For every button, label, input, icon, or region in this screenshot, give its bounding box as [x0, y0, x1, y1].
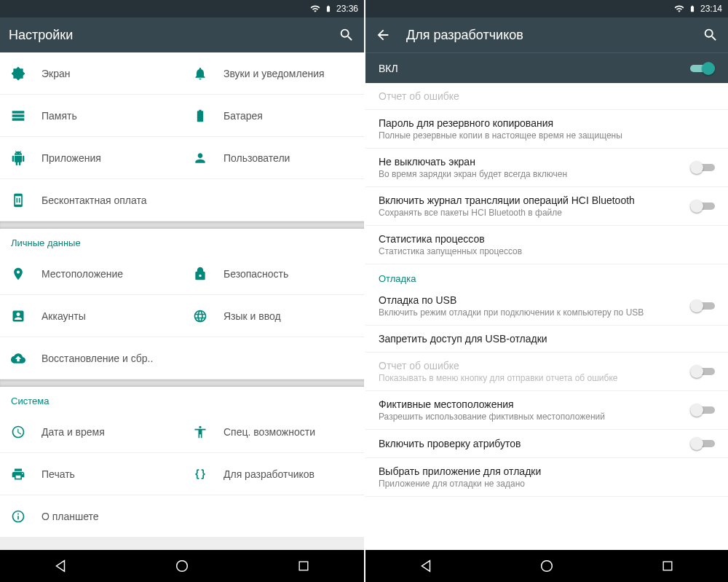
label: Приложения — [41, 152, 171, 164]
settings-item-users[interactable]: Пользователи — [182, 137, 364, 179]
toggle-switch[interactable] — [690, 437, 715, 450]
toggle-switch[interactable] — [690, 62, 715, 75]
master-toggle-row[interactable]: ВКЛ — [365, 52, 728, 83]
settings-list: Экран Звуки и уведомления Память Батарея… — [0, 52, 364, 550]
settings-item-storage[interactable]: Память — [0, 95, 182, 137]
svg-rect-1 — [299, 562, 308, 570]
label: Спец. возможности — [223, 426, 353, 438]
section-divider — [0, 380, 364, 387]
settings-item-location[interactable]: Местоположение — [0, 253, 182, 295]
settings-item-about[interactable]: О планшете — [0, 495, 364, 538]
label: Пользователи — [223, 152, 353, 164]
nav-back[interactable] — [46, 551, 75, 581]
settings-item-nfc[interactable]: Бесконтактная оплата — [0, 179, 364, 221]
section-header-personal: Личные данные — [0, 229, 364, 253]
nav-bar — [0, 550, 364, 582]
tap-and-play-icon — [11, 193, 25, 208]
search-button[interactable] — [338, 26, 355, 44]
svg-point-2 — [542, 561, 553, 572]
nav-bar — [365, 550, 728, 582]
lock-icon — [193, 267, 207, 281]
battery-icon — [325, 4, 332, 14]
settings-item-language[interactable]: Язык и ввод — [182, 295, 364, 337]
search-icon — [703, 27, 719, 43]
list-item: Отчет об ошибкеПоказывать в меню кнопку … — [365, 353, 728, 391]
item-title: Пароль для резервного копирования — [379, 117, 715, 129]
list-item[interactable]: Включить проверку атрибутов — [365, 430, 728, 458]
account-box-icon — [11, 309, 25, 323]
label: Печать — [41, 468, 171, 480]
storage-icon — [11, 109, 25, 123]
settings-item-display[interactable]: Экран — [0, 52, 182, 95]
settings-item-security[interactable]: Безопасность — [182, 253, 364, 295]
item-title: Запретить доступ для USB-отладки — [379, 333, 715, 345]
bell-icon — [193, 66, 207, 81]
accessibility-icon — [193, 425, 207, 439]
status-time: 23:14 — [700, 4, 722, 14]
person-icon — [193, 151, 207, 165]
item-subtitle: Статистика запущенных процессов — [379, 246, 715, 256]
item-title: Отчет об ошибке — [379, 360, 680, 371]
app-bar: Для разработчиков — [365, 17, 728, 52]
location-icon — [11, 267, 25, 281]
wifi-icon — [310, 4, 320, 14]
status-bar: 23:14 — [365, 0, 728, 17]
toggle-switch[interactable] — [690, 161, 715, 174]
settings-item-apps[interactable]: Приложения — [0, 137, 182, 179]
label: Восстановление и сбр.. — [41, 353, 353, 364]
settings-item-print[interactable]: Печать — [0, 453, 182, 495]
wifi-icon — [674, 4, 684, 14]
section-header-system: Система — [0, 387, 364, 411]
developer-options-list: Отчет об ошибкеПароль для резервного коп… — [365, 83, 728, 550]
item-subtitle: Включить режим отладки при подключении к… — [379, 307, 680, 318]
list-item[interactable]: Не выключать экранВо время зарядки экран… — [365, 149, 728, 187]
back-button[interactable] — [374, 26, 392, 44]
nav-home[interactable] — [532, 551, 561, 581]
settings-item-datetime[interactable]: Дата и время — [0, 411, 182, 453]
svg-rect-3 — [663, 562, 672, 570]
list-item[interactable]: Пароль для резервного копированияПолные … — [365, 110, 728, 149]
display-icon — [11, 66, 25, 81]
item-subtitle: Приложение для отладки не задано — [379, 479, 715, 489]
toggle-switch[interactable] — [690, 200, 715, 213]
list-item[interactable]: Статистика процессовСтатистика запущенны… — [365, 226, 728, 264]
settings-item-sound[interactable]: Звуки и уведомления — [182, 52, 364, 95]
item-title: Включить журнал трансляции операций HCI … — [379, 194, 680, 206]
settings-item-accessibility[interactable]: Спец. возможности — [182, 411, 364, 453]
nav-home[interactable] — [167, 551, 197, 581]
list-item[interactable]: Фиктивные местоположенияРазрешить исполь… — [365, 391, 728, 430]
list-item[interactable]: Отладка по USBВключить режим отладки при… — [365, 287, 728, 326]
item-title: Не выключать экран — [379, 156, 680, 168]
settings-item-developer[interactable]: Для разработчиков — [182, 453, 364, 495]
label: Звуки и уведомления — [223, 68, 353, 79]
list-item[interactable]: Выбрать приложение для отладкиПриложение… — [365, 458, 728, 497]
settings-item-accounts[interactable]: Аккаунты — [0, 295, 182, 337]
nav-recents[interactable] — [653, 551, 682, 581]
toggle-switch[interactable] — [690, 299, 715, 312]
nav-recents[interactable] — [289, 551, 318, 581]
settings-item-backup[interactable]: Восстановление и сбр.. — [0, 337, 364, 380]
nav-back[interactable] — [411, 551, 440, 581]
svg-point-0 — [177, 561, 188, 572]
print-icon — [11, 467, 25, 481]
label: Память — [41, 110, 171, 122]
label: Бесконтактная оплата — [41, 194, 353, 206]
list-item[interactable]: Запретить доступ для USB-отладки — [365, 326, 728, 353]
globe-icon — [193, 309, 207, 323]
battery-icon — [689, 4, 696, 14]
settings-item-battery[interactable]: Батарея — [182, 95, 364, 137]
section-divider — [0, 221, 364, 229]
list-item[interactable]: Включить журнал трансляции операций HCI … — [365, 187, 728, 226]
item-title: Включить проверку атрибутов — [379, 438, 680, 449]
app-bar: Настройки — [0, 17, 364, 52]
item-title: Отчет об ошибке — [379, 90, 715, 102]
status-time: 23:36 — [336, 4, 358, 14]
item-title: Статистика процессов — [379, 233, 715, 245]
label: Экран — [41, 68, 171, 79]
label: Батарея — [223, 110, 353, 122]
page-title: Для разработчиков — [406, 28, 687, 43]
toggle-switch — [690, 365, 715, 378]
toggle-switch[interactable] — [690, 404, 715, 417]
item-subtitle: Во время зарядки экран будет всегда вклю… — [379, 169, 680, 179]
search-button[interactable] — [702, 26, 719, 44]
